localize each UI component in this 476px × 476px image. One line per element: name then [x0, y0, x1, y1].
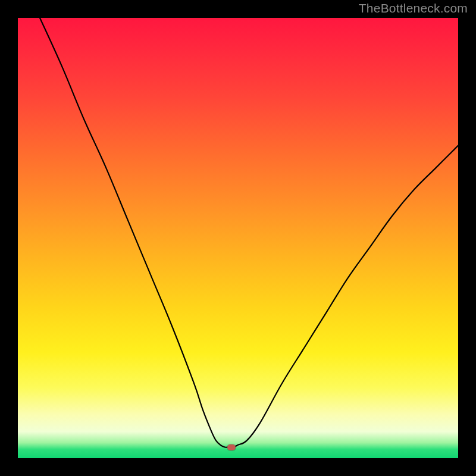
- plot-area: [18, 18, 458, 458]
- watermark-text: TheBottleneck.com: [359, 1, 468, 15]
- chart-frame: TheBottleneck.com: [0, 0, 476, 476]
- optimal-point-marker: [227, 444, 236, 450]
- bottleneck-curve: [18, 18, 458, 458]
